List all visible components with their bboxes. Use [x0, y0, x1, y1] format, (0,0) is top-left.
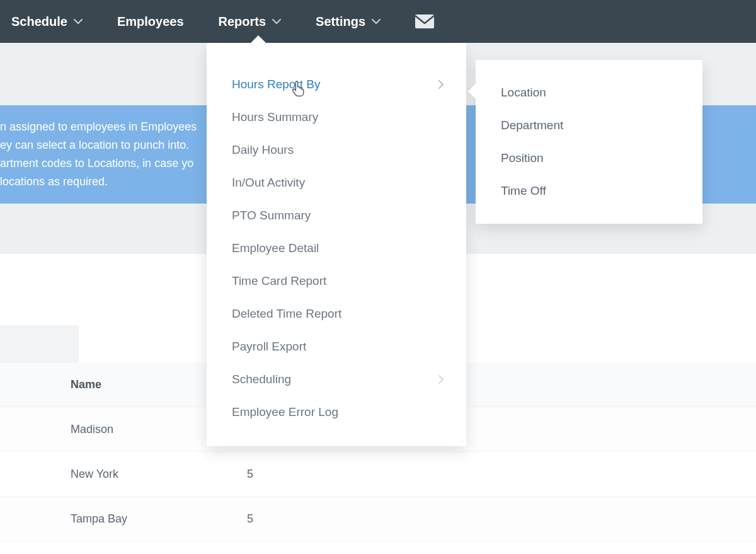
- cell-value: 5: [247, 512, 253, 526]
- menu-employee-detail[interactable]: Employee Detail: [207, 232, 466, 265]
- submenu-time-off[interactable]: Time Off: [476, 175, 702, 207]
- nav-mail[interactable]: [415, 14, 434, 28]
- chevron-right-icon: [438, 80, 444, 89]
- reports-dropdown: Hours Report By Hours Summary Daily Hour…: [207, 43, 466, 446]
- top-nav: Schedule Employees Reports Settings: [0, 0, 756, 43]
- chevron-down-icon: [74, 19, 83, 25]
- nav-reports[interactable]: Reports: [219, 14, 282, 29]
- cell-value: 5: [247, 468, 253, 481]
- menu-scheduling[interactable]: Scheduling: [207, 363, 466, 396]
- chevron-right-icon: [438, 375, 444, 384]
- hours-report-by-submenu: Location Department Position Time Off: [476, 60, 702, 224]
- nav-employees-label: Employees: [117, 14, 184, 29]
- chevron-down-icon: [272, 19, 281, 25]
- menu-in-out-activity[interactable]: In/Out Activity: [207, 166, 466, 199]
- menu-payroll-export[interactable]: Payroll Export: [207, 330, 466, 363]
- submenu-position[interactable]: Position: [476, 142, 702, 175]
- menu-item-label: Payroll Export: [232, 340, 306, 354]
- menu-deleted-time-report[interactable]: Deleted Time Report: [207, 297, 466, 330]
- submenu-item-label: Location: [501, 86, 546, 100]
- menu-item-label: Hours Summary: [232, 110, 318, 124]
- nav-settings-label: Settings: [316, 14, 365, 29]
- cell-name: Tampa Bay: [71, 512, 247, 526]
- mail-icon: [415, 14, 434, 28]
- menu-item-label: Time Card Report: [232, 274, 326, 288]
- menu-hours-report-by[interactable]: Hours Report By: [207, 68, 466, 101]
- menu-daily-hours[interactable]: Daily Hours: [207, 134, 466, 166]
- submenu-item-label: Department: [501, 118, 563, 132]
- nav-schedule-label: Schedule: [11, 14, 67, 29]
- menu-item-label: PTO Summary: [232, 209, 311, 222]
- submenu-item-label: Time Off: [501, 184, 546, 198]
- filter-placeholder[interactable]: [0, 325, 79, 363]
- menu-hours-summary[interactable]: Hours Summary: [207, 101, 466, 134]
- menu-item-label: Scheduling: [232, 372, 291, 386]
- table-row[interactable]: New York 5: [0, 452, 756, 497]
- nav-reports-label: Reports: [219, 14, 266, 29]
- menu-pto-summary[interactable]: PTO Summary: [207, 199, 466, 232]
- cell-name: New York: [71, 468, 247, 481]
- menu-item-label: In/Out Activity: [232, 176, 305, 190]
- submenu-location[interactable]: Location: [476, 76, 702, 109]
- menu-item-label: Daily Hours: [232, 143, 294, 157]
- nav-schedule[interactable]: Schedule: [11, 14, 83, 29]
- svg-rect-0: [415, 14, 434, 28]
- menu-employee-error-log[interactable]: Employee Error Log: [207, 396, 466, 429]
- chevron-down-icon: [372, 19, 381, 25]
- menu-item-label: Employee Detail: [232, 241, 319, 255]
- menu-time-card-report[interactable]: Time Card Report: [207, 265, 466, 297]
- menu-item-label: Employee Error Log: [232, 405, 338, 419]
- menu-item-label: Hours Report By: [232, 78, 320, 91]
- submenu-item-label: Position: [501, 151, 544, 165]
- nav-settings[interactable]: Settings: [316, 14, 381, 29]
- table-row[interactable]: Tampa Bay 5: [0, 497, 756, 541]
- submenu-department[interactable]: Department: [476, 109, 702, 142]
- nav-employees[interactable]: Employees: [117, 14, 184, 29]
- menu-item-label: Deleted Time Report: [232, 307, 341, 321]
